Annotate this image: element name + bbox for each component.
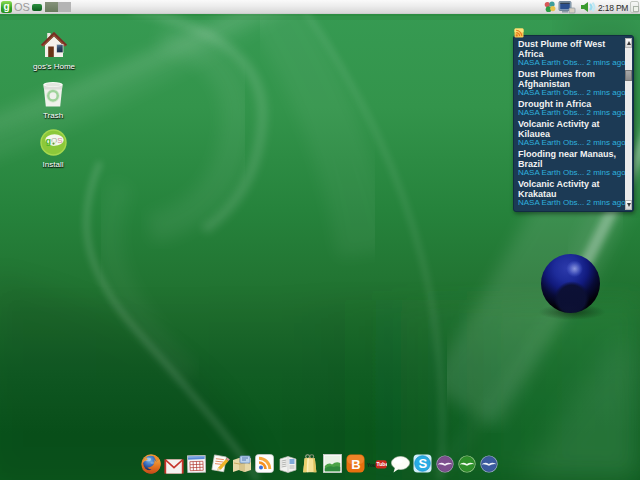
svg-text:S: S [57,136,62,145]
svg-text:Tube: Tube [377,461,387,467]
svg-text:S: S [419,456,428,471]
svg-text:B: B [351,457,360,472]
svg-text:You: You [367,462,376,468]
